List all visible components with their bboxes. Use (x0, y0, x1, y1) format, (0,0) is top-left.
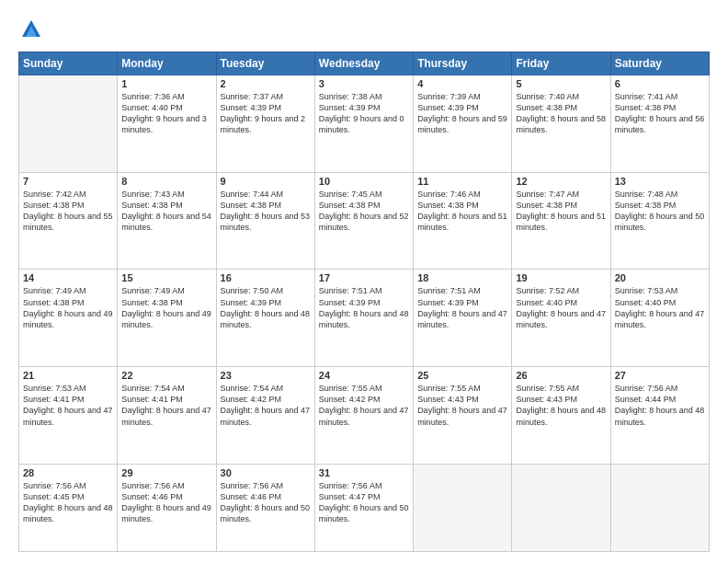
calendar-cell: 23Sunrise: 7:54 AMSunset: 4:42 PMDayligh… (216, 367, 314, 465)
cell-info: Sunrise: 7:55 AMSunset: 4:43 PMDaylight:… (516, 383, 606, 428)
cell-info: Sunrise: 7:56 AMSunset: 4:47 PMDaylight:… (319, 480, 409, 525)
day-number: 16 (221, 272, 311, 283)
calendar-day-header: Thursday (414, 52, 512, 75)
day-number: 18 (417, 272, 507, 283)
day-number: 29 (121, 467, 211, 478)
day-number: 5 (516, 78, 606, 89)
calendar-cell: 19Sunrise: 7:52 AMSunset: 4:40 PMDayligh… (512, 270, 610, 367)
calendar-day-header: Monday (118, 52, 216, 75)
calendar-cell: 20Sunrise: 7:53 AMSunset: 4:40 PMDayligh… (610, 270, 709, 367)
cell-info: Sunrise: 7:43 AMSunset: 4:38 PMDaylight:… (121, 189, 211, 234)
day-number: 30 (221, 467, 311, 478)
cell-info: Sunrise: 7:42 AMSunset: 4:38 PMDaylight:… (23, 189, 113, 234)
calendar-cell: 26Sunrise: 7:55 AMSunset: 4:43 PMDayligh… (512, 367, 610, 465)
calendar-cell: 16Sunrise: 7:50 AMSunset: 4:39 PMDayligh… (216, 270, 314, 367)
day-number: 27 (615, 370, 705, 381)
day-number: 12 (516, 176, 606, 187)
cell-info: Sunrise: 7:36 AMSunset: 4:40 PMDaylight:… (121, 91, 211, 136)
page-header (18, 17, 710, 42)
day-number: 17 (319, 272, 409, 283)
day-number: 22 (121, 370, 211, 381)
calendar-cell: 22Sunrise: 7:54 AMSunset: 4:41 PMDayligh… (118, 367, 216, 465)
calendar-cell: 24Sunrise: 7:55 AMSunset: 4:42 PMDayligh… (314, 367, 413, 465)
cell-info: Sunrise: 7:49 AMSunset: 4:38 PMDaylight:… (121, 285, 211, 330)
cell-info: Sunrise: 7:46 AMSunset: 4:38 PMDaylight:… (417, 189, 507, 234)
calendar-cell: 9Sunrise: 7:44 AMSunset: 4:38 PMDaylight… (216, 172, 314, 270)
logo (18, 17, 46, 42)
cell-info: Sunrise: 7:51 AMSunset: 4:39 PMDaylight:… (417, 285, 507, 330)
calendar-day-header: Friday (512, 52, 610, 75)
day-number: 7 (23, 176, 113, 187)
cell-info: Sunrise: 7:55 AMSunset: 4:42 PMDaylight:… (319, 383, 409, 428)
calendar-cell: 6Sunrise: 7:41 AMSunset: 4:38 PMDaylight… (610, 75, 709, 173)
cell-info: Sunrise: 7:56 AMSunset: 4:45 PMDaylight:… (23, 480, 113, 525)
cell-info: Sunrise: 7:51 AMSunset: 4:39 PMDaylight:… (319, 285, 409, 330)
day-number: 20 (615, 272, 705, 283)
day-number: 19 (516, 272, 606, 283)
day-number: 11 (417, 176, 507, 187)
day-number: 4 (417, 78, 507, 89)
calendar-cell: 18Sunrise: 7:51 AMSunset: 4:39 PMDayligh… (414, 270, 512, 367)
cell-info: Sunrise: 7:37 AMSunset: 4:39 PMDaylight:… (221, 91, 311, 136)
cell-info: Sunrise: 7:54 AMSunset: 4:41 PMDaylight:… (121, 383, 211, 428)
cell-info: Sunrise: 7:49 AMSunset: 4:38 PMDaylight:… (23, 285, 113, 330)
day-number: 14 (23, 272, 113, 283)
calendar-cell (610, 464, 709, 551)
day-number: 9 (221, 176, 311, 187)
calendar-day-header: Saturday (610, 52, 709, 75)
calendar-cell (19, 75, 118, 173)
day-number: 24 (319, 370, 409, 381)
day-number: 2 (221, 78, 311, 89)
calendar-cell: 14Sunrise: 7:49 AMSunset: 4:38 PMDayligh… (19, 270, 118, 367)
calendar-cell: 12Sunrise: 7:47 AMSunset: 4:38 PMDayligh… (512, 172, 610, 270)
day-number: 21 (23, 370, 113, 381)
cell-info: Sunrise: 7:48 AMSunset: 4:38 PMDaylight:… (615, 189, 705, 234)
cell-info: Sunrise: 7:50 AMSunset: 4:39 PMDaylight:… (221, 285, 311, 330)
calendar-cell: 21Sunrise: 7:53 AMSunset: 4:41 PMDayligh… (19, 367, 118, 465)
calendar-week-row: 7Sunrise: 7:42 AMSunset: 4:38 PMDaylight… (19, 172, 710, 270)
day-number: 3 (319, 78, 409, 89)
cell-info: Sunrise: 7:52 AMSunset: 4:40 PMDaylight:… (516, 285, 606, 330)
day-number: 31 (319, 467, 409, 478)
calendar-cell: 30Sunrise: 7:56 AMSunset: 4:46 PMDayligh… (216, 464, 314, 551)
day-number: 25 (417, 370, 507, 381)
calendar-day-header: Sunday (19, 52, 118, 75)
calendar-week-row: 1Sunrise: 7:36 AMSunset: 4:40 PMDaylight… (19, 75, 710, 173)
calendar-cell: 17Sunrise: 7:51 AMSunset: 4:39 PMDayligh… (314, 270, 413, 367)
calendar-cell: 5Sunrise: 7:40 AMSunset: 4:38 PMDaylight… (512, 75, 610, 173)
cell-info: Sunrise: 7:53 AMSunset: 4:41 PMDaylight:… (23, 383, 113, 428)
logo-icon (18, 17, 44, 42)
calendar-cell: 25Sunrise: 7:55 AMSunset: 4:43 PMDayligh… (414, 367, 512, 465)
calendar-cell: 27Sunrise: 7:56 AMSunset: 4:44 PMDayligh… (610, 367, 709, 465)
cell-info: Sunrise: 7:56 AMSunset: 4:44 PMDaylight:… (615, 383, 705, 428)
day-number: 13 (615, 176, 705, 187)
cell-info: Sunrise: 7:45 AMSunset: 4:38 PMDaylight:… (319, 189, 409, 234)
cell-info: Sunrise: 7:44 AMSunset: 4:38 PMDaylight:… (221, 189, 311, 234)
calendar-header-row: SundayMondayTuesdayWednesdayThursdayFrid… (19, 52, 710, 75)
calendar-cell (414, 464, 512, 551)
calendar-cell: 15Sunrise: 7:49 AMSunset: 4:38 PMDayligh… (118, 270, 216, 367)
calendar-week-row: 14Sunrise: 7:49 AMSunset: 4:38 PMDayligh… (19, 270, 710, 367)
calendar-cell: 1Sunrise: 7:36 AMSunset: 4:40 PMDaylight… (118, 75, 216, 173)
cell-info: Sunrise: 7:40 AMSunset: 4:38 PMDaylight:… (516, 91, 606, 136)
calendar-week-row: 21Sunrise: 7:53 AMSunset: 4:41 PMDayligh… (19, 367, 710, 465)
cell-info: Sunrise: 7:53 AMSunset: 4:40 PMDaylight:… (615, 285, 705, 330)
cell-info: Sunrise: 7:56 AMSunset: 4:46 PMDaylight:… (221, 480, 311, 525)
calendar-cell (512, 464, 610, 551)
cell-info: Sunrise: 7:41 AMSunset: 4:38 PMDaylight:… (615, 91, 705, 136)
cell-info: Sunrise: 7:38 AMSunset: 4:39 PMDaylight:… (319, 91, 409, 136)
cell-info: Sunrise: 7:47 AMSunset: 4:38 PMDaylight:… (516, 189, 606, 234)
calendar-week-row: 28Sunrise: 7:56 AMSunset: 4:45 PMDayligh… (19, 464, 710, 551)
day-number: 15 (121, 272, 211, 283)
calendar-cell: 8Sunrise: 7:43 AMSunset: 4:38 PMDaylight… (118, 172, 216, 270)
calendar-cell: 2Sunrise: 7:37 AMSunset: 4:39 PMDaylight… (216, 75, 314, 173)
day-number: 10 (319, 176, 409, 187)
calendar-cell: 7Sunrise: 7:42 AMSunset: 4:38 PMDaylight… (19, 172, 118, 270)
calendar-cell: 13Sunrise: 7:48 AMSunset: 4:38 PMDayligh… (610, 172, 709, 270)
cell-info: Sunrise: 7:39 AMSunset: 4:39 PMDaylight:… (417, 91, 507, 136)
day-number: 23 (221, 370, 311, 381)
calendar-day-header: Tuesday (216, 52, 314, 75)
cell-info: Sunrise: 7:54 AMSunset: 4:42 PMDaylight:… (221, 383, 311, 428)
calendar-cell: 3Sunrise: 7:38 AMSunset: 4:39 PMDaylight… (314, 75, 413, 173)
day-number: 28 (23, 467, 113, 478)
